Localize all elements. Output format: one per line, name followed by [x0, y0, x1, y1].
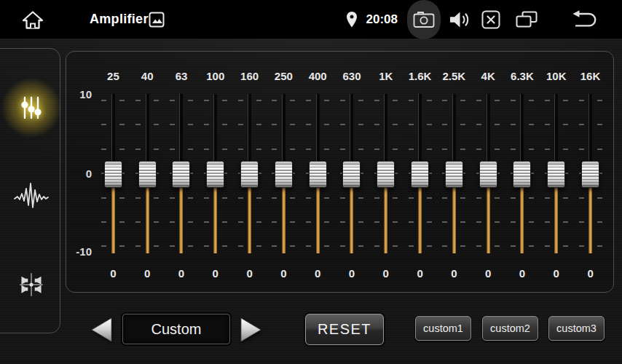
band-value: 0 [437, 267, 471, 280]
back-button[interactable] [570, 10, 599, 28]
eq-band: 630 0 [335, 52, 369, 292]
band-frequency-label: 25 [96, 70, 130, 82]
sidebar-item-sound-effect[interactable] [14, 181, 49, 210]
eq-bands: 25 0 40 0 63 0 100 [96, 52, 607, 292]
band-frequency-label: 160 [232, 70, 267, 82]
band-value: 0 [301, 267, 335, 280]
screenshot-button[interactable] [407, 0, 441, 39]
scale-label-mid: 0 [69, 167, 92, 181]
speaker-balance-icon [16, 269, 47, 300]
preset-next-button[interactable] [237, 316, 264, 344]
eq-band: 40 0 [130, 52, 165, 292]
band-frequency-label: 63 [165, 70, 199, 82]
slider-knob[interactable] [377, 161, 395, 188]
eq-band: 160 0 [232, 52, 267, 292]
image-icon [149, 12, 165, 28]
clock: 20:08 [366, 12, 398, 27]
custom2-button[interactable]: custom2 [482, 316, 538, 341]
band-frequency-label: 400 [301, 70, 335, 82]
eq-band: 100 0 [198, 52, 232, 292]
sidebar-item-equalizer[interactable] [20, 95, 43, 120]
band-value: 0 [96, 267, 130, 280]
preset-display[interactable]: Custom [122, 314, 230, 344]
band-value: 0 [573, 267, 607, 280]
band-value: 0 [471, 267, 505, 280]
slider-knob[interactable] [342, 161, 361, 188]
band-value: 0 [130, 267, 165, 280]
eq-band: 25 0 [96, 52, 130, 292]
band-value: 0 [232, 267, 267, 280]
close-app-button[interactable] [481, 10, 500, 29]
close-icon [481, 10, 500, 29]
band-frequency-label: 250 [267, 70, 301, 82]
slider-knob[interactable] [445, 161, 463, 188]
band-value: 0 [505, 267, 540, 280]
camera-icon [413, 10, 435, 28]
slider-knob[interactable] [411, 161, 429, 188]
band-value: 0 [403, 267, 437, 280]
location-icon [346, 11, 358, 28]
eq-band: 2.5K 0 [437, 52, 471, 292]
band-frequency-label: 40 [130, 70, 165, 82]
custom3-button[interactable]: custom3 [548, 316, 605, 341]
sidebar-item-balance[interactable] [16, 269, 47, 300]
wallpaper-button[interactable] [149, 12, 165, 28]
left-arrow-icon [89, 316, 115, 344]
scale-label-min: -10 [69, 245, 92, 258]
volume-button[interactable] [449, 10, 470, 29]
slider-knob[interactable] [172, 161, 190, 188]
reset-button[interactable]: RESET [305, 314, 384, 345]
slider-knob[interactable] [240, 161, 259, 188]
recent-apps-button[interactable] [516, 11, 538, 28]
preset-name: Custom [151, 321, 202, 338]
band-frequency-label: 16K [573, 70, 607, 82]
slider-knob[interactable] [138, 161, 157, 188]
slider-knob[interactable] [206, 161, 224, 188]
amplifier-screen: Amplifier 20:08 [0, 0, 622, 364]
band-frequency-label: 1.6K [403, 70, 437, 82]
band-frequency-label: 6.3K [505, 70, 540, 82]
slider-knob[interactable] [479, 161, 497, 188]
scale-label-max: 10 [69, 88, 92, 101]
band-value: 0 [369, 267, 403, 280]
slider-knob[interactable] [547, 161, 565, 188]
right-arrow-icon [237, 316, 264, 344]
preset-controls: Custom RESET custom1 custom2 custom3 [0, 293, 622, 364]
custom1-button[interactable]: custom1 [415, 316, 471, 341]
slider-knob[interactable] [513, 161, 531, 188]
eq-band: 400 0 [301, 52, 335, 292]
topbar-left: Amplifier [0, 9, 165, 30]
equalizer-panel: 10 0 -10 25 0 40 0 63 0 [66, 51, 614, 293]
eq-band: 1K 0 [369, 52, 403, 292]
eq-band: 6.3K 0 [505, 52, 540, 292]
eq-band: 1.6K 0 [403, 52, 437, 292]
eq-band: 4K 0 [471, 52, 505, 292]
slider-knob[interactable] [581, 161, 599, 188]
waveform-icon [14, 181, 49, 210]
band-value: 0 [165, 267, 199, 280]
band-frequency-label: 100 [198, 70, 232, 82]
eq-band: 16K 0 [573, 52, 607, 292]
eq-band: 63 0 [165, 52, 199, 292]
slider-knob[interactable] [309, 161, 327, 188]
equalizer-sliders-icon [20, 95, 43, 120]
eq-band: 10K 0 [539, 52, 573, 292]
sidebar [0, 48, 60, 333]
recent-apps-icon [516, 11, 538, 28]
band-frequency-label: 2.5K [437, 70, 471, 82]
band-value: 0 [335, 267, 369, 280]
band-value: 0 [198, 267, 232, 280]
top-bar: Amplifier 20:08 [0, 0, 622, 39]
page-title: Amplifier [90, 12, 149, 27]
band-frequency-label: 1K [369, 70, 403, 82]
slider-knob[interactable] [275, 161, 293, 188]
band-frequency-label: 10K [539, 70, 573, 82]
slider-knob[interactable] [104, 161, 122, 188]
band-frequency-label: 4K [471, 70, 505, 82]
preset-prev-button[interactable] [89, 316, 115, 344]
topbar-right: 20:08 [346, 0, 622, 39]
home-button[interactable] [21, 9, 44, 30]
home-icon [21, 9, 44, 30]
band-frequency-label: 630 [335, 70, 369, 82]
band-value: 0 [539, 267, 573, 280]
